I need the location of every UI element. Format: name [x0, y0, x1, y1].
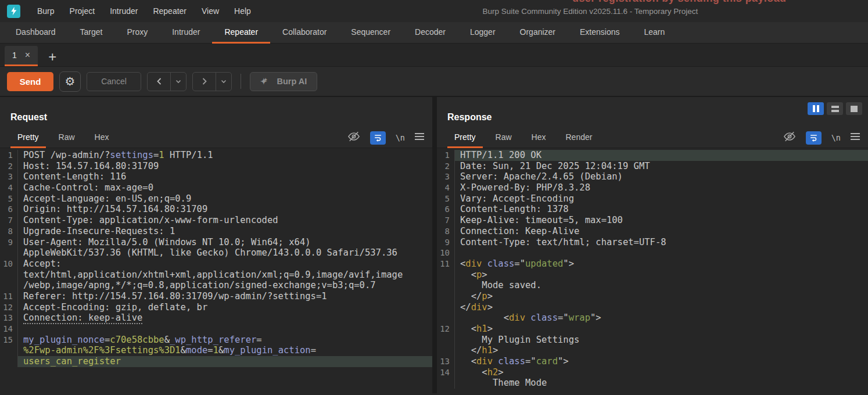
response-editor[interactable]: 1HTTP/1.1 200 OK2Date: Sun, 21 Dec 2025 … — [437, 148, 868, 393]
menu-burp[interactable]: Burp — [30, 0, 62, 22]
response-panel: Response PrettyRawHexRender \n 1HTTP/1.1… — [437, 97, 868, 393]
editor-row[interactable]: 9Content-Type: text/html; charset=UTF-8 — [437, 237, 868, 248]
main-tab-learn[interactable]: Learn — [632, 22, 677, 44]
editor-row[interactable]: users_can_register — [0, 356, 432, 367]
window-title: Burp Suite Community Edition v2025.11.6 … — [482, 7, 698, 16]
editor-row[interactable]: 12Accept-Encoding: gzip, deflate, br — [0, 302, 432, 313]
editor-row[interactable]: </h1> — [437, 345, 868, 356]
add-tab-icon[interactable]: + — [48, 50, 56, 64]
menu-intruder[interactable]: Intruder — [102, 0, 145, 22]
session-tab-1[interactable]: 1 × — [5, 46, 38, 66]
main-tab-collaborator[interactable]: Collaborator — [270, 22, 339, 44]
editor-row[interactable]: 1HTTP/1.1 200 OK — [437, 150, 868, 161]
forward-dropdown-caret-icon[interactable] — [216, 73, 231, 91]
panel-divider[interactable] — [432, 97, 437, 393]
main-tab-proxy[interactable]: Proxy — [114, 22, 160, 44]
send-button[interactable]: Send — [7, 72, 53, 91]
editor-row[interactable]: 9User-Agent: Mozilla/5.0 (Windows NT 10.… — [0, 237, 432, 248]
main-tab-target[interactable]: Target — [68, 22, 115, 44]
request-editor[interactable]: 1POST /wp-admin/?settings=1 HTTP/1.12Hos… — [0, 148, 432, 393]
eye-off-icon[interactable] — [347, 131, 360, 145]
editor-row[interactable]: 1POST /wp-admin/?settings=1 HTTP/1.1 — [0, 150, 432, 161]
menu-project[interactable]: Project — [62, 0, 103, 22]
message-panels: Request PrettyRawHex \n 1POST /wp-admin/… — [0, 97, 868, 393]
editor-row[interactable]: My Plugin Settings — [437, 335, 868, 346]
editor-row[interactable]: <p> — [437, 270, 868, 281]
main-tab-decoder[interactable]: Decoder — [403, 22, 458, 44]
editor-row[interactable]: 12 <h1> — [437, 324, 868, 335]
main-tab-extensions[interactable]: Extensions — [568, 22, 632, 44]
editor-row[interactable]: text/html,application/xhtml+xml,applicat… — [0, 270, 432, 281]
editor-row[interactable]: 4Cache-Control: max-age=0 — [0, 182, 432, 193]
layout-columns-icon[interactable] — [808, 102, 824, 115]
editor-row[interactable]: 3Content-Length: 116 — [0, 171, 432, 182]
editor-row[interactable]: 8Connection: Keep-Alive — [437, 226, 868, 237]
word-wrap-icon[interactable] — [806, 131, 822, 145]
editor-row[interactable]: 15my_plugin_nonce=c70e58cbbe&_wp_http_re… — [0, 335, 432, 346]
request-tab-raw[interactable]: Raw — [52, 128, 82, 148]
request-tab-hex[interactable]: Hex — [88, 128, 116, 148]
back-dropdown-caret-icon[interactable] — [171, 73, 186, 91]
request-tab-pretty[interactable]: Pretty — [10, 128, 46, 148]
menu-help[interactable]: Help — [227, 0, 259, 22]
close-icon[interactable]: × — [25, 51, 30, 60]
editor-row[interactable]: 13Connection: keep-alive — [0, 313, 432, 324]
main-tab-bar: DashboardTargetProxyIntruderRepeaterColl… — [0, 22, 868, 44]
layout-rows-icon[interactable] — [827, 102, 843, 115]
menu-view[interactable]: View — [194, 0, 227, 22]
newline-icon[interactable]: \n — [831, 133, 841, 142]
sparkles-icon: ✦✦ — [260, 77, 271, 86]
editor-row[interactable]: 11Referer: http://154.57.164.80:31709/wp… — [0, 291, 432, 302]
response-tab-list: PrettyRawHexRender — [447, 128, 605, 148]
response-tab-raw[interactable]: Raw — [489, 128, 519, 148]
editor-row[interactable]: 13 <div class="card"> — [437, 356, 868, 367]
eye-off-icon[interactable] — [783, 131, 796, 145]
editor-row[interactable]: 3Server: Apache/2.4.65 (Debian) — [437, 171, 868, 182]
main-tab-sequencer[interactable]: Sequencer — [339, 22, 403, 44]
editor-row[interactable]: 14 <h2> — [437, 367, 868, 378]
main-tab-intruder[interactable]: Intruder — [160, 22, 212, 44]
burp-ai-button[interactable]: ✦✦ Burp AI — [250, 72, 317, 91]
cancel-button[interactable]: Cancel — [87, 72, 141, 91]
editor-row[interactable]: 2Host: 154.57.164.80:31709 — [0, 161, 432, 172]
editor-row[interactable]: /webp,image/apng,*/*;q=0.8,application/s… — [0, 280, 432, 291]
response-tab-pretty[interactable]: Pretty — [447, 128, 483, 148]
response-tab-render[interactable]: Render — [559, 128, 600, 148]
main-tab-dashboard[interactable]: Dashboard — [3, 22, 68, 44]
repeater-session-tabs: 1 × + — [0, 44, 868, 67]
word-wrap-icon[interactable] — [370, 131, 386, 145]
editor-row[interactable]: %2Fwp-admin%2F%3Fsettings%3D1&mode=1&my_… — [0, 345, 432, 356]
editor-row[interactable]: </p> — [437, 291, 868, 302]
editor-row[interactable]: 10Accept: — [0, 258, 432, 270]
editor-row[interactable]: 7Content-Type: application/x-www-form-ur… — [0, 215, 432, 226]
editor-row[interactable]: 14 — [0, 324, 432, 335]
editor-row[interactable]: </div> — [437, 302, 868, 313]
editor-row[interactable]: 4X-Powered-By: PHP/8.3.28 — [437, 182, 868, 193]
main-tab-logger[interactable]: Logger — [458, 22, 508, 44]
forward-icon[interactable] — [193, 73, 216, 91]
gear-icon[interactable]: ⚙ — [59, 71, 81, 92]
editor-row[interactable]: Mode saved. — [437, 280, 868, 291]
response-title: Response — [437, 97, 868, 123]
editor-row[interactable]: 10 — [437, 247, 868, 258]
main-tab-organizer[interactable]: Organizer — [508, 22, 568, 44]
menu-repeater[interactable]: Repeater — [145, 0, 194, 22]
editor-row[interactable]: <div class="wrap"> — [437, 313, 868, 324]
main-tab-repeater[interactable]: Repeater — [212, 22, 270, 44]
menu-icon[interactable] — [851, 132, 860, 143]
editor-row[interactable]: 6Origin: http://154.57.164.80:31709 — [0, 204, 432, 215]
back-icon[interactable] — [148, 73, 171, 91]
editor-row[interactable]: 11<div class="updated"> — [437, 258, 868, 270]
editor-row[interactable]: 5Accept-Language: en-US,en;q=0.9 — [0, 193, 432, 204]
editor-row[interactable]: Theme Mode — [437, 378, 868, 389]
layout-single-icon[interactable] — [846, 102, 862, 115]
editor-row[interactable]: AppleWebKit/537.36 (KHTML, like Gecko) C… — [0, 247, 432, 258]
editor-row[interactable]: 6Content-Length: 1378 — [437, 204, 868, 215]
editor-row[interactable]: 7Keep-Alive: timeout=5, max=100 — [437, 215, 868, 226]
response-tab-hex[interactable]: Hex — [525, 128, 553, 148]
editor-row[interactable]: 5Vary: Accept-Encoding — [437, 193, 868, 204]
editor-row[interactable]: 8Upgrade-Insecure-Requests: 1 — [0, 226, 432, 237]
menu-icon[interactable] — [415, 132, 424, 143]
editor-row[interactable]: 2Date: Sun, 21 Dec 2025 12:04:19 GMT — [437, 161, 868, 172]
newline-icon[interactable]: \n — [396, 133, 405, 142]
